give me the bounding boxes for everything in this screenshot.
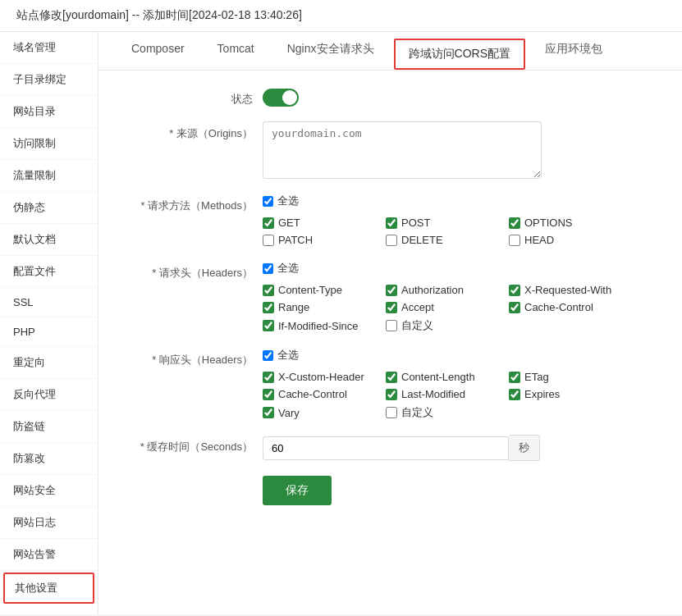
resp-headers-row-3: Vary 自定义	[263, 405, 616, 420]
method-head[interactable]: HEAD	[509, 234, 616, 246]
sidebar-item-rewrite[interactable]: 伪静态	[0, 192, 98, 224]
method-delete[interactable]: DELETE	[386, 234, 492, 246]
sidebar-item-php[interactable]: PHP	[0, 317, 98, 347]
req-header-if-modified-since[interactable]: If-Modified-Since	[263, 320, 369, 332]
sidebar-item-access[interactable]: 访问限制	[0, 128, 98, 160]
resp-header-last-modified[interactable]: Last-Modified	[386, 388, 492, 400]
req-headers-row-1: Content-Type Authorization X-Requested-W…	[263, 284, 616, 296]
resp-header-etag[interactable]: ETag	[509, 371, 616, 383]
req-headers-group: 全选 Content-Type Authorization X-Requeste…	[263, 261, 616, 333]
tab-bar: ComposerTomcatNginx安全请求头跨域访问CORS配置应用环境包	[98, 32, 682, 71]
methods-select-all-label: 全选	[277, 194, 299, 208]
sidebar-item-other[interactable]: 其他设置	[3, 573, 94, 604]
req-header-accept[interactable]: Accept	[386, 301, 492, 313]
cache-label: * 缓存时间（Seconds）	[123, 435, 263, 454]
status-toggle[interactable]	[263, 89, 299, 107]
sidebar-item-alert[interactable]: 网站告警	[0, 539, 98, 571]
tab-tomcat[interactable]: Tomcat	[201, 32, 271, 70]
methods-group: 全选 GET POST OPTIONS	[263, 194, 616, 246]
tab-nginx-security[interactable]: Nginx安全请求头	[271, 32, 391, 70]
req-headers-row-2: Range Accept Cache-Control	[263, 301, 616, 313]
resp-header-vary[interactable]: Vary	[263, 407, 369, 419]
cache-input[interactable]	[263, 436, 509, 460]
resp-header-cache-control[interactable]: Cache-Control	[263, 388, 369, 400]
sidebar-item-traffic[interactable]: 流量限制	[0, 160, 98, 192]
method-get[interactable]: GET	[263, 217, 369, 229]
resp-header-custom[interactable]: 自定义	[386, 405, 492, 420]
sidebar-item-log[interactable]: 网站日志	[0, 507, 98, 539]
page-title: 站点修改[yourdomain] -- 添加时间[2024-02-18 13:4…	[16, 8, 302, 21]
method-options[interactable]: OPTIONS	[509, 217, 616, 229]
save-label-spacer	[123, 476, 263, 481]
req-header-range[interactable]: Range	[263, 301, 369, 313]
sidebar-item-domain[interactable]: 域名管理	[0, 32, 98, 64]
resp-headers-select-all[interactable]	[263, 350, 273, 361]
sidebar-item-tamper[interactable]: 防篡改	[0, 443, 98, 475]
resp-headers-row-1: X-Custom-Header Content-Length ETag	[263, 371, 616, 383]
req-headers-row-3: If-Modified-Since 自定义	[263, 318, 616, 333]
resp-headers-label: * 响应头（Headers）	[123, 348, 263, 367]
sidebar-item-security[interactable]: 网站安全	[0, 475, 98, 507]
req-headers-select-all-label: 全选	[277, 261, 299, 276]
origin-label: * 来源（Origins）	[123, 121, 263, 141]
req-header-authorization[interactable]: Authorization	[386, 284, 492, 296]
req-headers-label: * 请求头（Headers）	[123, 261, 263, 281]
sidebar-item-ssl[interactable]: SSL	[0, 288, 98, 317]
resp-headers-group: 全选 X-Custom-Header Content-Length ETag	[263, 348, 616, 420]
sidebar-item-redirect[interactable]: 重定向	[0, 347, 98, 379]
methods-select-all[interactable]	[263, 196, 273, 207]
sidebar-item-proxy[interactable]: 反向代理	[0, 379, 98, 411]
origin-input[interactable]	[263, 121, 542, 179]
resp-header-expires[interactable]: Expires	[509, 388, 616, 400]
sidebar-item-hotlink[interactable]: 防盗链	[0, 411, 98, 443]
req-header-x-requested-with[interactable]: X-Requested-With	[509, 284, 616, 296]
method-post[interactable]: POST	[386, 217, 492, 229]
tab-cors[interactable]: 跨域访问CORS配置	[394, 39, 525, 70]
req-header-cache-control[interactable]: Cache-Control	[509, 301, 616, 313]
req-headers-select-all[interactable]	[263, 263, 273, 274]
save-button[interactable]: 保存	[263, 476, 332, 505]
sidebar-item-subdir[interactable]: 子目录绑定	[0, 64, 98, 96]
methods-row-2: PATCH DELETE HEAD	[263, 234, 616, 246]
tab-composer[interactable]: Composer	[115, 32, 201, 70]
resp-header-x-custom-header[interactable]: X-Custom-Header	[263, 371, 369, 383]
header-bar: 站点修改[yourdomain] -- 添加时间[2024-02-18 13:4…	[0, 0, 682, 32]
resp-header-content-length[interactable]: Content-Length	[386, 371, 492, 383]
resp-headers-select-all-label: 全选	[277, 348, 299, 363]
sidebar-item-default-doc[interactable]: 默认文档	[0, 224, 98, 256]
main-content: ComposerTomcatNginx安全请求头跨域访问CORS配置应用环境包 …	[98, 32, 682, 614]
sidebar-item-config[interactable]: 配置文件	[0, 256, 98, 288]
cache-suffix: 秒	[509, 435, 540, 461]
methods-row-1: GET POST OPTIONS	[263, 217, 616, 229]
methods-label: * 请求方法（Methods）	[123, 194, 263, 213]
tab-env-package[interactable]: 应用环境包	[529, 32, 619, 70]
req-header-custom[interactable]: 自定义	[386, 318, 492, 333]
req-header-content-type[interactable]: Content-Type	[263, 284, 369, 296]
resp-headers-row-2: Cache-Control Last-Modified Expires	[263, 388, 616, 400]
status-label: 状态	[123, 87, 263, 107]
cache-input-wrapper: 秒	[263, 435, 540, 461]
sidebar-item-webdir[interactable]: 网站目录	[0, 96, 98, 128]
method-patch[interactable]: PATCH	[263, 234, 369, 246]
sidebar: 域名管理子目录绑定网站目录访问限制流量限制伪静态默认文档配置文件SSLPHP重定…	[0, 32, 98, 614]
